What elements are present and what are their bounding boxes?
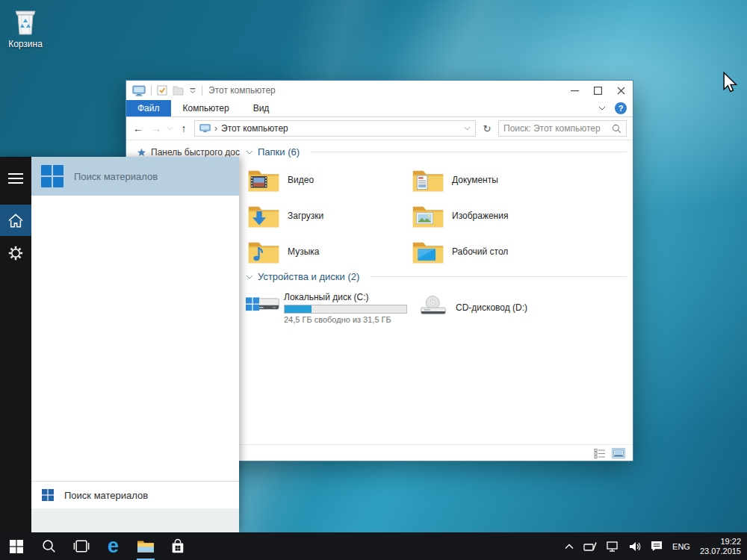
quick-access-label: Панель быстрого дос [151,147,240,158]
mouse-cursor [722,72,738,94]
explorer-search-box[interactable] [498,120,627,137]
address-dropdown-icon[interactable] [464,126,471,131]
folder-item-pictures[interactable]: Изображения [410,198,574,234]
folders-group-label: Папки (6) [258,146,300,158]
refresh-button[interactable]: ↻ [479,123,495,134]
properties-icon[interactable] [157,85,167,96]
tab-computer[interactable]: Компьютер [171,100,241,116]
windows-logo-icon [41,165,63,187]
breadcrumb[interactable]: Этот компьютер [221,123,460,134]
taskbar-search-button[interactable] [33,532,65,560]
drive-item-local-disk-c[interactable]: Локальный диск (C:) 24,5 ГБ свободно из … [246,291,410,324]
up-button[interactable]: ↑ [176,121,191,136]
title-bar[interactable]: Этот компьютер [126,81,633,100]
expand-ribbon-icon[interactable] [598,106,606,111]
volume-tray-icon[interactable] [629,541,641,552]
devices-group-header[interactable]: Устройства и диски (2) [246,271,627,282]
tray-chevron-up-icon[interactable] [565,544,574,550]
recycle-bin-label: Корзина [3,39,48,49]
file-list-pane: Папки (6) [240,140,633,444]
hard-drive-icon [246,291,280,324]
pen-input-tray-icon[interactable] [583,541,597,552]
sidebar-item-quick-access[interactable]: Панель быстрого дос [137,147,240,158]
network-tray-icon[interactable] [607,541,619,552]
folder-label: Документы [452,175,498,185]
search-query-label: Поиск материалов [64,490,148,501]
explorer-search-input[interactable] [503,123,612,134]
help-icon[interactable]: ? [615,102,627,114]
desktop-folder-icon [412,240,444,264]
system-tray: ENG 19:22 23.07.2015 [565,532,747,560]
folder-item-videos[interactable]: Видео [246,162,410,198]
search-query-item[interactable]: Поиск материалов [31,482,239,508]
folder-item-music[interactable]: Музыка [246,234,410,270]
search-icon[interactable] [612,124,622,134]
cd-drive-icon [416,294,450,321]
forward-button[interactable]: → [149,121,164,136]
minimize-button[interactable] [563,81,586,100]
customize-qat-icon[interactable] [189,87,196,94]
folder-label: Загрузки [288,211,323,221]
address-bar[interactable]: › Этот компьютер [194,120,476,137]
recycle-bin-icon [3,6,48,37]
folder-label: Видео [288,175,314,185]
search-input-area[interactable] [31,508,239,532]
folder-label: Изображения [452,211,508,221]
collapse-group-icon[interactable] [246,150,253,155]
hamburger-menu-icon[interactable] [0,163,31,194]
search-results-area [31,196,239,481]
drive-item-cd-rom-d[interactable]: CD-дисковод (D:) [416,291,527,324]
close-button[interactable] [610,81,633,100]
back-button[interactable]: ← [131,121,146,136]
divider [310,152,627,152]
language-indicator[interactable]: ENG [672,542,690,551]
drive-name: CD-дисковод (D:) [456,302,527,313]
clock-time: 19:22 [700,537,741,547]
task-view-button[interactable] [65,532,97,560]
folder-item-desktop[interactable]: Рабочий стол [410,234,574,270]
search-result-item-selected[interactable]: Поиск материалов [31,157,239,196]
folder-item-documents[interactable]: Документы [410,162,574,198]
store-taskbar-icon[interactable] [161,532,193,560]
capacity-text: 24,5 ГБ свободно из 31,5 ГБ [284,315,407,324]
quick-access-star-icon [137,148,146,158]
search-result-label: Поиск материалов [74,171,158,182]
folder-label: Рабочий стол [452,246,508,257]
documents-folder-icon [412,168,444,193]
capacity-bar-fill [285,305,311,313]
folder-label: Музыка [288,246,319,257]
clock[interactable]: 19:22 23.07.2015 [700,537,741,556]
action-center-icon[interactable] [651,541,663,552]
details-view-icon[interactable] [594,448,606,458]
downloads-folder-icon [247,204,280,228]
clock-date: 23.07.2015 [700,547,741,556]
edge-logo: e [108,536,119,556]
maximize-button[interactable] [586,81,610,100]
tab-view[interactable]: Вид [241,100,282,116]
recycle-bin-desktop-icon[interactable]: Корзина [3,6,48,49]
music-folder-icon [247,240,280,264]
gear-icon[interactable] [0,237,31,269]
videos-folder-icon [247,168,280,193]
desktop: Корзина [0,0,747,560]
tab-file[interactable]: Файл [126,100,171,116]
taskbar: e [0,532,747,560]
collapse-group-icon[interactable] [246,275,253,279]
folders-group-header[interactable]: Папки (6) [246,146,627,158]
folders-grid: Видео [246,162,627,270]
new-folder-icon[interactable] [173,86,184,96]
divider [151,86,152,96]
navigation-toolbar: ← → ↑ › Этот компьютер [126,117,633,140]
edge-browser-icon[interactable]: e [97,532,129,560]
recent-locations-icon[interactable] [167,126,173,131]
devices-group-label: Устройства и диски (2) [258,271,359,282]
pictures-folder-icon [412,204,444,228]
search-panel-body: Поиск материалов Поиск материалов [31,157,239,532]
file-explorer-taskbar-icon[interactable] [129,532,161,560]
windows-logo-icon [42,489,54,501]
thumbnail-view-icon[interactable] [612,448,625,458]
breadcrumb-separator: › [214,123,217,134]
home-icon[interactable] [0,205,31,236]
folder-item-downloads[interactable]: Загрузки [246,198,410,234]
start-button[interactable] [0,532,33,560]
